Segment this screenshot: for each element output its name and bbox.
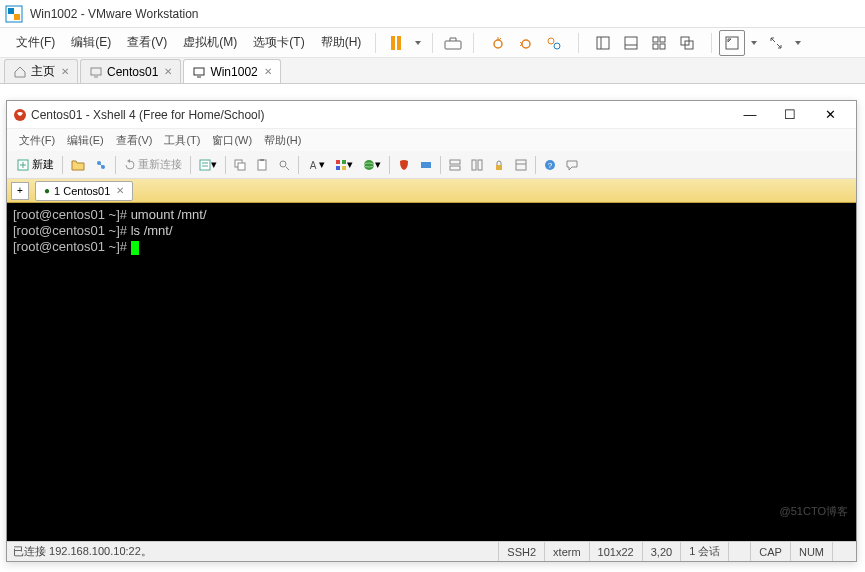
xshell-menu-tools[interactable]: 工具(T)	[158, 131, 206, 150]
svg-rect-14	[653, 44, 658, 49]
connected-indicator-icon: ●	[44, 185, 50, 196]
copy-button[interactable]	[230, 154, 250, 176]
status-termtype: xterm	[544, 542, 589, 561]
snapshot-revert-button[interactable]	[513, 30, 539, 56]
separator	[389, 156, 390, 174]
svg-point-6	[548, 38, 554, 44]
reconnect-button[interactable]: 重新连接	[120, 154, 186, 176]
svg-text:?: ?	[548, 161, 553, 170]
svg-rect-3	[445, 41, 461, 49]
vmware-menu-edit[interactable]: 编辑(E)	[63, 30, 119, 55]
xshell-window-title: Centos01 - Xshell 4 (Free for Home/Schoo…	[31, 108, 730, 122]
separator	[432, 33, 433, 53]
vmware-tab-bar: 主页 ✕ Centos01 ✕ Win1002 ✕	[0, 58, 865, 84]
separator	[473, 33, 474, 53]
svg-rect-19	[91, 68, 101, 75]
tab-close-button[interactable]: ✕	[164, 66, 172, 77]
new-session-button[interactable]: 新建	[12, 154, 58, 176]
xshell-menu-window[interactable]: 窗口(W)	[206, 131, 258, 150]
vmware-menu-help[interactable]: 帮助(H)	[313, 30, 370, 55]
xshell-menu-view[interactable]: 查看(V)	[110, 131, 159, 150]
window-controls: — ☐ ✕	[730, 102, 850, 128]
connect-button[interactable]	[91, 154, 111, 176]
pause-dropdown[interactable]	[411, 30, 425, 56]
view-console-button[interactable]	[618, 30, 644, 56]
pause-icon	[391, 36, 401, 50]
xshell-menu-edit[interactable]: 编辑(E)	[61, 131, 110, 150]
svg-rect-40	[336, 160, 340, 164]
svg-rect-34	[238, 163, 245, 170]
svg-rect-13	[660, 37, 665, 42]
svg-rect-18	[726, 37, 738, 49]
status-sessions: 1 会话	[680, 542, 728, 561]
vmware-tab-win1002[interactable]: Win1002 ✕	[183, 59, 280, 83]
script-button[interactable]	[394, 154, 414, 176]
tab-close-button[interactable]: ✕	[264, 66, 272, 77]
watermark: @51CTO博客	[780, 503, 848, 519]
vmware-menu-tabs[interactable]: 选项卡(T)	[245, 30, 312, 55]
cursor-icon	[131, 241, 139, 255]
vmware-window-title: Win1002 - VMware Workstation	[30, 7, 199, 21]
tile-h-button[interactable]	[445, 154, 465, 176]
tab-close-button[interactable]: ✕	[61, 66, 69, 77]
vmware-menu-view[interactable]: 查看(V)	[119, 30, 175, 55]
lock-button[interactable]	[489, 154, 509, 176]
svg-rect-51	[496, 165, 502, 170]
close-button[interactable]: ✕	[810, 102, 850, 128]
separator	[440, 156, 441, 174]
separator	[535, 156, 536, 174]
svg-text:A: A	[310, 160, 317, 171]
xshell-app-icon	[13, 108, 27, 122]
xftp-button[interactable]	[416, 154, 436, 176]
fullscreen-dropdown[interactable]	[747, 30, 761, 56]
xshell-tab-centos01[interactable]: ● 1 Centos01 ✕	[35, 181, 133, 201]
tile-v-button[interactable]	[467, 154, 487, 176]
snapshot-take-button[interactable]	[485, 30, 511, 56]
tab-close-button[interactable]: ✕	[116, 185, 124, 196]
separator	[578, 33, 579, 53]
vmware-tab-home[interactable]: 主页 ✕	[4, 59, 78, 83]
feedback-button[interactable]	[562, 154, 582, 176]
open-button[interactable]	[67, 154, 89, 176]
color-button[interactable]: ▾	[331, 154, 357, 176]
svg-rect-41	[342, 160, 346, 164]
stretch-button[interactable]	[763, 30, 789, 56]
xshell-menu-file[interactable]: 文件(F)	[13, 131, 61, 150]
svg-rect-2	[14, 14, 20, 20]
minimize-button[interactable]: —	[730, 102, 770, 128]
properties-button[interactable]: ▾	[195, 154, 221, 176]
pause-button[interactable]	[383, 30, 409, 56]
svg-rect-30	[200, 160, 210, 170]
add-tab-button[interactable]: +	[11, 182, 29, 200]
xshell-menu-help[interactable]: 帮助(H)	[258, 131, 307, 150]
font-button[interactable]: A▾	[303, 154, 329, 176]
svg-line-38	[286, 167, 289, 170]
vmware-menu-file[interactable]: 文件(F)	[8, 30, 63, 55]
terminal-view[interactable]: [root@centos01 ~]# umount /mnt/ [root@ce…	[7, 203, 856, 541]
vmware-tab-centos01[interactable]: Centos01 ✕	[80, 59, 181, 83]
svg-point-44	[364, 160, 374, 170]
send-ctrl-alt-del-button[interactable]	[440, 30, 466, 56]
web-button[interactable]: ▾	[359, 154, 385, 176]
paste-button[interactable]	[252, 154, 272, 176]
svg-point-5	[522, 40, 530, 48]
help-button[interactable]: ?	[540, 154, 560, 176]
fullscreen-button[interactable]	[719, 30, 745, 56]
svg-rect-12	[653, 37, 658, 42]
stretch-dropdown[interactable]	[791, 30, 805, 56]
find-button[interactable]	[274, 154, 294, 176]
separator	[711, 33, 712, 53]
maximize-button[interactable]: ☐	[770, 102, 810, 128]
vmware-menubar: 文件(F) 编辑(E) 查看(V) 虚拟机(M) 选项卡(T) 帮助(H)	[0, 28, 865, 58]
snapshot-manager-button[interactable]	[541, 30, 567, 56]
view-thumbnail-button[interactable]	[646, 30, 672, 56]
reconnect-label: 重新连接	[138, 157, 182, 172]
view-unity-button[interactable]	[674, 30, 700, 56]
svg-rect-43	[342, 166, 346, 170]
svg-line-29	[100, 164, 102, 166]
view-single-button[interactable]	[590, 30, 616, 56]
panel-button[interactable]	[511, 154, 531, 176]
vmware-menu-vm[interactable]: 虚拟机(M)	[175, 30, 245, 55]
xshell-status-bar: 已连接 192.168.100.10:22。 SSH2 xterm 101x22…	[7, 541, 856, 561]
svg-rect-50	[478, 160, 482, 170]
